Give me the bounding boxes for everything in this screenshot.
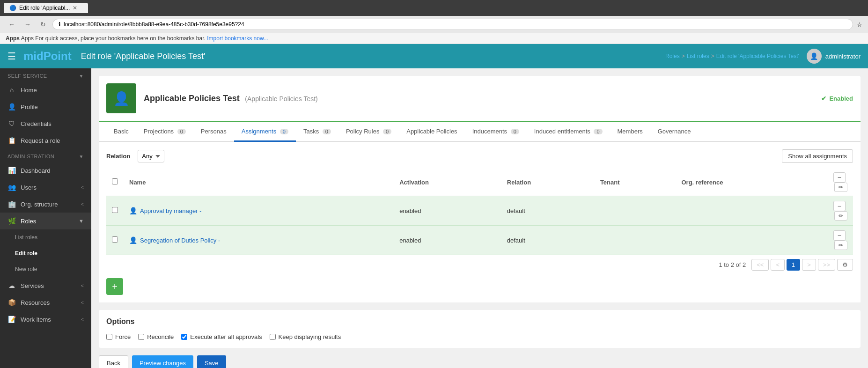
tab-basic[interactable]: Basic [106, 122, 136, 142]
row-remove-button-2[interactable]: − [833, 230, 846, 241]
row-edit-button-2[interactable]: ✏ [834, 241, 847, 250]
tab-badge-tasks: 0 [323, 129, 331, 134]
page-title: Edit role 'Applicable Policies Test' [81, 52, 665, 61]
pagination: 1 to 2 of 2 << < 1 > >> ⚙ [106, 255, 853, 274]
role-name: Applicable Policies Test [144, 94, 240, 103]
roles-icon: 🌿 [7, 217, 16, 225]
sidebar-item-resources[interactable]: 📦 Resources < [0, 294, 91, 311]
tab-members[interactable]: Members [610, 122, 650, 142]
pagination-last-button[interactable]: >> [818, 259, 835, 271]
tab-inducements[interactable]: Inducements 0 [465, 122, 527, 142]
request-icon: 📋 [7, 137, 16, 144]
sidebar-item-org-structure[interactable]: 🏢 Org. structure < [0, 196, 91, 213]
role-header: 👤 Applicable Policies Test (Applicable P… [99, 76, 861, 121]
row-checkbox[interactable] [112, 236, 118, 243]
header-edit-button[interactable]: ✏ [834, 183, 847, 192]
chevron-down-icon: ▼ [79, 74, 84, 79]
sidebar-item-roles[interactable]: 🌿 Roles ▼ [0, 213, 91, 229]
reconcile-checkbox-group[interactable]: Reconcile [138, 333, 174, 340]
bookmarks-bar: Apps Apps For quick access, place your b… [0, 33, 868, 44]
url-input[interactable] [64, 21, 847, 28]
preview-changes-button[interactable]: Preview changes [132, 355, 193, 368]
pagination-settings-button[interactable]: ⚙ [837, 259, 853, 271]
sidebar-item-label: Edit role [15, 250, 37, 257]
row-actions-cell-2: − ✏ [816, 226, 853, 255]
row-remove-button[interactable]: − [833, 201, 846, 211]
tab-induced-entitlements[interactable]: Induced entitlements 0 [527, 122, 610, 142]
tab-personas[interactable]: Personas [193, 122, 234, 142]
add-assignment-button[interactable]: + [106, 278, 123, 295]
row-checkbox[interactable] [112, 207, 118, 213]
breadcrumb-list-roles-link[interactable]: List roles [687, 53, 709, 59]
row-checkbox-cell [106, 226, 124, 255]
assignments-table: Name Activation Relation Tenant [106, 169, 853, 255]
header-remove-button[interactable]: − [833, 172, 846, 183]
sidebar-item-edit-role[interactable]: Edit role [0, 245, 91, 261]
reload-button[interactable]: ↻ [37, 20, 49, 29]
sidebar-self-service-header: SELF SERVICE ▼ [0, 68, 91, 81]
import-bookmarks-link[interactable]: Import bookmarks now... [207, 35, 268, 42]
reconcile-checkbox[interactable] [138, 334, 144, 340]
bookmark-icon[interactable]: ☆ [857, 21, 862, 28]
tab-applicable-policies[interactable]: Applicable Policies [399, 122, 464, 142]
sidebar-item-services[interactable]: ☁ Services < [0, 277, 91, 294]
tab-projections[interactable]: Projections 0 [136, 122, 193, 142]
col-header-name: Name [124, 169, 394, 196]
execute-after-approvals-checkbox-group[interactable]: Execute after all approvals [181, 333, 262, 340]
app-header: ☰ midPoint Edit role 'Applicable Policie… [0, 44, 868, 68]
tab-badge-assignments: 0 [280, 129, 288, 134]
assignment-name-link[interactable]: 👤 Approval by manager - [129, 207, 388, 214]
role-status: ✔ Enabled [821, 95, 853, 102]
sidebar-item-home[interactable]: ⌂ Home [0, 81, 91, 98]
execute-after-approvals-checkbox[interactable] [181, 334, 187, 340]
person-icon-2: 👤 [129, 236, 137, 244]
sidebar-item-list-roles[interactable]: List roles [0, 229, 91, 245]
browser-chrome: 🔵 Edit role 'Applicabl... ✕ [0, 0, 868, 16]
app-logo: midPoint [23, 50, 72, 63]
row-relation-cell-2: default [501, 226, 595, 255]
back-button[interactable]: Back [99, 355, 128, 368]
sidebar-item-users[interactable]: 👥 Users < [0, 179, 91, 196]
pagination-prev-button[interactable]: < [771, 259, 785, 271]
sidebar-item-profile[interactable]: 👤 Profile [0, 98, 91, 115]
sidebar-item-credentials[interactable]: 🛡 Credentials [0, 115, 91, 132]
col-header-relation: Relation [501, 169, 595, 196]
row-edit-button[interactable]: ✏ [834, 211, 847, 221]
pagination-first-button[interactable]: << [751, 259, 769, 271]
sidebar-item-label: Work items [21, 316, 51, 323]
save-button[interactable]: Save [197, 355, 226, 368]
sidebar-item-work-items[interactable]: 📝 Work items < [0, 311, 91, 328]
back-nav-button[interactable]: ← [6, 20, 18, 29]
sidebar-item-dashboard[interactable]: 📊 Dashboard [0, 162, 91, 179]
tab-badge-policy-rules: 0 [383, 129, 391, 134]
relation-filter-select[interactable]: Any [138, 150, 164, 162]
tab-policy-rules[interactable]: Policy Rules 0 [338, 122, 399, 142]
row-org-ref-cell-2 [676, 226, 816, 255]
sidebar: SELF SERVICE ▼ ⌂ Home 👤 Profile 🛡 Creden… [0, 68, 91, 368]
sidebar-admin-header: ADMINISTRATION ▼ [0, 149, 91, 162]
role-avatar-icon: 👤 [113, 91, 130, 106]
sidebar-item-request-role[interactable]: 📋 Request a role [0, 132, 91, 149]
close-tab-icon[interactable]: ✕ [73, 5, 77, 11]
tab-title: Edit role 'Applicabl... [19, 5, 70, 11]
sidebar-item-new-role[interactable]: New role [0, 261, 91, 277]
assignment-name-link-2[interactable]: 👤 Segregation of Duties Policy - [129, 236, 388, 244]
tab-governance[interactable]: Governance [650, 122, 699, 142]
browser-tab[interactable]: 🔵 Edit role 'Applicabl... ✕ [4, 3, 88, 13]
pagination-next-button[interactable]: > [802, 259, 816, 271]
forward-nav-button[interactable]: → [22, 20, 34, 29]
select-all-checkbox[interactable] [112, 178, 118, 184]
show-all-assignments-button[interactable]: Show all assignments [782, 149, 853, 163]
tab-badge-projections: 0 [177, 129, 186, 134]
breadcrumb-roles-link[interactable]: Roles [665, 53, 680, 59]
tab-assignments[interactable]: Assignments 0 [234, 122, 296, 142]
filter-row: Relation Any Show all assignments [106, 149, 853, 163]
tab-tasks[interactable]: Tasks 0 [296, 122, 338, 142]
menu-icon[interactable]: ☰ [7, 51, 16, 62]
force-checkbox[interactable] [106, 334, 112, 340]
sidebar-item-label: Request a role [21, 137, 60, 144]
force-checkbox-group[interactable]: Force [106, 333, 131, 340]
keep-displaying-checkbox[interactable] [270, 334, 276, 340]
pagination-page-1-button[interactable]: 1 [787, 259, 800, 271]
keep-displaying-checkbox-group[interactable]: Keep displaying results [270, 333, 341, 340]
